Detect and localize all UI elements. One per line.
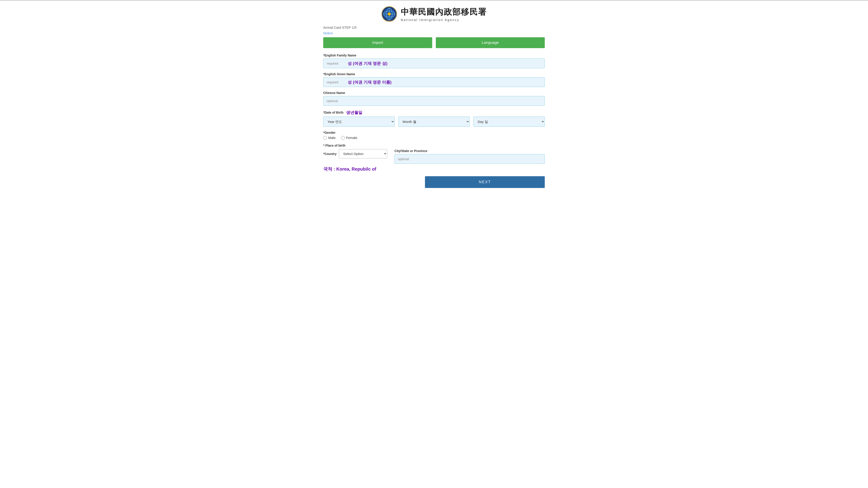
header-title-en: National Immigration Agency: [401, 18, 459, 22]
day-select[interactable]: Day 일12345678910111213141516171819202122…: [473, 117, 545, 127]
given-name-field: *English Given Name 성 (여권 기재 영문 이름): [323, 72, 545, 87]
chinese-name-label: Chinese Name: [323, 91, 545, 95]
gender-female-label: Female: [346, 136, 358, 140]
city-input[interactable]: [395, 154, 545, 164]
gender-male-label: Male: [328, 136, 336, 140]
page-header: ★★★★★ 中華民國內政部移民署 National Immigration Ag…: [0, 1, 868, 26]
chinese-name-input[interactable]: [323, 96, 545, 106]
language-button[interactable]: Language: [436, 37, 545, 48]
month-select-wrap: Month 월123456789101112: [398, 117, 470, 127]
main-container: Arrival Card STEP 1/5 Notice Import Lang…: [310, 26, 558, 201]
next-button-row: NEXT: [323, 176, 545, 188]
city-col: City/State or Province: [395, 149, 545, 164]
top-button-row: Import Language: [323, 37, 545, 48]
month-select[interactable]: Month 월123456789101112: [398, 117, 470, 127]
header-title-zh: 中華民國內政部移民署: [401, 6, 487, 18]
family-name-field: *English Family Name 성 (여권 기재 영문 성): [323, 54, 545, 68]
chinese-name-field: Chinese Name: [323, 91, 545, 106]
gender-female-radio[interactable]: [341, 136, 345, 140]
country-select[interactable]: Select OptionAfghanistanAlbaniaAlgeriaAn…: [339, 149, 387, 158]
korea-hint: 국적 : Korea, Repubilc of: [323, 166, 545, 172]
country-col: *Country Select OptionAfghanistanAlbania…: [323, 149, 387, 158]
country-label: *Country: [323, 152, 337, 156]
year-select[interactable]: Year 연도200520042003200220012000199919981…: [323, 117, 395, 127]
notice-link[interactable]: Notice: [323, 31, 545, 35]
gender-male-option[interactable]: Male: [323, 136, 336, 140]
svg-point-6: [388, 12, 391, 15]
family-name-label: *English Family Name: [323, 54, 545, 57]
place-of-birth-section: * Place of birth *Country Select OptionA…: [323, 144, 545, 172]
family-name-korean-hint: 성 (여권 기재 영문 성): [348, 61, 388, 66]
place-birth-row: *Country Select OptionAfghanistanAlbania…: [323, 149, 545, 164]
import-button[interactable]: Import: [323, 37, 432, 48]
day-select-wrap: Day 일12345678910111213141516171819202122…: [473, 117, 545, 127]
next-button[interactable]: NEXT: [425, 176, 545, 188]
gender-male-radio[interactable]: [323, 136, 327, 140]
given-name-label: *English Given Name: [323, 72, 545, 76]
gender-label: *Gender: [323, 131, 545, 134]
dob-field: *Date of Birth 생년월일 Year 연도2005200420032…: [323, 110, 545, 127]
dob-label: *Date of Birth: [323, 111, 343, 114]
step-label: Arrival Card STEP 1/5: [323, 26, 545, 29]
gender-options: Male Female: [323, 136, 545, 140]
given-name-korean-hint: 성 (여권 기재 영문 이름): [348, 79, 392, 85]
gender-female-option[interactable]: Female: [341, 136, 358, 140]
gender-field: *Gender Male Female: [323, 131, 545, 140]
year-select-wrap: Year 연도200520042003200220012000199919981…: [323, 117, 395, 127]
agency-logo: ★★★★★: [381, 6, 397, 22]
city-label: City/State or Province: [395, 149, 545, 153]
dob-korean-hint: 생년월일: [346, 110, 362, 115]
place-birth-label: * Place of birth: [323, 144, 545, 147]
svg-text:★★★★★: ★★★★★: [387, 20, 392, 22]
header-text: 中華民國內政部移民署 National Immigration Agency: [401, 6, 487, 22]
